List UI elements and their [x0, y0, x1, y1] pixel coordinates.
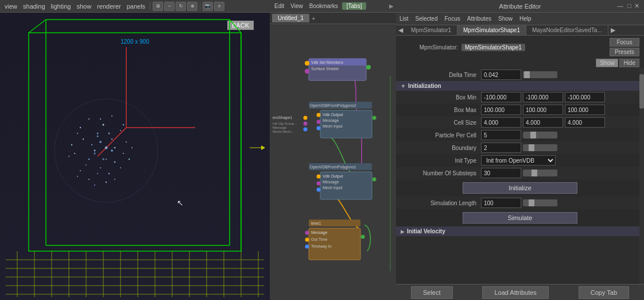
svg-point-118 [305, 231, 309, 235]
ne-view-menu[interactable]: View [288, 3, 305, 9]
box-max-z[interactable] [565, 105, 605, 115]
box-min-z[interactable] [565, 92, 605, 102]
box-max-y[interactable] [523, 105, 563, 115]
substeps-label: Number Of Substeps [401, 170, 481, 176]
svg-marker-75 [261, 145, 265, 150]
scale-btn[interactable]: ⊕ [187, 2, 197, 11]
camera-btn[interactable]: 📷 [203, 2, 213, 11]
attributes-menu[interactable]: Attributes [466, 16, 492, 22]
box-max-x[interactable] [481, 105, 521, 115]
node-canvas[interactable]: Vdb Set Members Surface Shader OpenVDBFr… [270, 24, 396, 300]
init-title: Initialization [408, 83, 441, 89]
substeps-input[interactable] [481, 168, 521, 178]
simulate-button[interactable]: Simulate [463, 212, 577, 224]
focus-button[interactable]: Focus [610, 38, 639, 47]
copy-tab-button[interactable]: Copy Tab [579, 286, 629, 299]
boundary-input[interactable] [481, 143, 521, 153]
cell-size-x[interactable] [481, 117, 521, 128]
sim-length-input[interactable] [481, 198, 521, 208]
minimize-btn[interactable]: — [617, 2, 623, 9]
svg-point-65 [88, 179, 90, 180]
substeps-slider[interactable] [523, 170, 557, 176]
svg-point-71 [102, 158, 104, 160]
mpm-sim-row: MpmSimulator: MpmSimulatorShape1 Focus P… [396, 36, 644, 59]
attr-body: Delta Time ▼ Initialization Box Min [396, 68, 644, 284]
scrollbar[interactable] [639, 68, 644, 284]
viewport-panel: view shading lighting show renderer pane… [0, 0, 270, 300]
delta-time-slider[interactable] [523, 71, 557, 78]
initialization-section[interactable]: ▼ Initialization [396, 81, 644, 91]
ne-bookmarks-menu[interactable]: Bookmarks [307, 3, 340, 9]
delta-time-label: Delta Time [401, 72, 481, 78]
svg-point-101 [304, 128, 308, 132]
svg-text:Message: Message [273, 126, 287, 129]
sim-length-label: Simulation Length [401, 200, 481, 206]
svg-point-59 [123, 124, 124, 125]
ne-edit-menu[interactable]: Edit [272, 3, 286, 9]
svg-point-119 [305, 238, 309, 242]
svg-point-69 [94, 152, 96, 155]
show-menu[interactable]: show [74, 3, 94, 10]
show-menu-item[interactable]: Show [497, 16, 514, 22]
tab-mpmsimulatorshape1[interactable]: MpmSimulatorShape1 [457, 25, 526, 35]
init-type-select[interactable]: Init from OpenVDB [481, 155, 556, 166]
svg-text:World Mesh...: World Mesh... [273, 130, 294, 133]
cell-size-y[interactable] [523, 117, 563, 128]
boundary-slider[interactable] [523, 144, 557, 151]
box-max-row: Box Max [396, 103, 644, 116]
particle-per-cell-label: Particle Per Cell [401, 132, 481, 139]
load-attributes-button[interactable]: Load Attributes [482, 286, 548, 299]
ne-tabs-tab[interactable]: [Tabs] [342, 2, 367, 10]
particle-per-cell-slider[interactable] [523, 132, 557, 139]
untitled-tab[interactable]: Untitled_1 [272, 14, 309, 22]
lighting-menu[interactable]: lighting [49, 3, 73, 10]
particle-per-cell-row: Particle Per Cell [396, 129, 644, 141]
sim-length-slider[interactable] [523, 199, 557, 206]
particle-per-cell-input[interactable] [481, 130, 521, 140]
list-menu[interactable]: List [398, 16, 410, 22]
hide-button[interactable]: Hide [619, 59, 639, 67]
presets-button[interactable]: Presets [610, 48, 639, 56]
box-min-x[interactable] [481, 92, 521, 102]
initial-velocity-section[interactable]: ▶ Initial Velocity [396, 226, 644, 236]
grid-btn[interactable]: # [214, 2, 224, 11]
svg-text:Vdb Set Members: Vdb Set Members [311, 60, 344, 64]
view-menu[interactable]: view [2, 3, 20, 10]
svg-point-70 [111, 149, 113, 152]
shading-menu[interactable]: shading [21, 3, 48, 10]
tab-mayanodeeditor[interactable]: MayaNodeEditorSavedTa... [526, 25, 608, 35]
delta-time-input[interactable] [481, 70, 521, 80]
move-btn[interactable]: ↔ [164, 2, 174, 11]
tab-arrow-left[interactable]: ◀ [396, 26, 405, 34]
scroll-thumb[interactable] [639, 74, 644, 109]
maximize-btn[interactable]: □ [627, 2, 631, 9]
svg-text:time1: time1 [311, 221, 321, 225]
selected-menu[interactable]: Selected [414, 16, 439, 22]
show-button[interactable]: Show [596, 59, 618, 67]
initialize-button[interactable]: Initialize [463, 182, 577, 194]
svg-point-44 [88, 159, 90, 160]
delta-time-input-group [481, 70, 557, 80]
focus-presets-group: Focus Presets [610, 38, 639, 56]
svg-point-34 [97, 133, 99, 134]
tab-arrow-right[interactable]: ▶ [608, 26, 618, 34]
initialize-row: Initialize [396, 179, 644, 197]
panels-menu[interactable]: panels [125, 3, 148, 10]
help-menu[interactable]: Help [518, 16, 533, 22]
box-min-y[interactable] [523, 92, 563, 102]
tab-mpmsimulator1[interactable]: MpmSimulator1 [405, 25, 457, 35]
svg-point-60 [131, 147, 133, 148]
renderer-menu[interactable]: renderer [95, 3, 123, 10]
svg-text:Init Clg Group...: Init Clg Group... [273, 122, 297, 125]
show-hide-group: Show Hide [596, 59, 639, 67]
close-btn[interactable]: ✕ [634, 2, 639, 10]
svg-point-43 [100, 167, 101, 168]
select-button[interactable]: Select [411, 286, 453, 299]
cell-size-z[interactable] [565, 117, 605, 128]
box-min-inputs [481, 92, 605, 102]
focus-menu[interactable]: Focus [443, 16, 461, 22]
rotate-btn[interactable]: ↻ [176, 2, 186, 11]
add-tab-btn[interactable]: + [309, 15, 317, 22]
svg-point-120 [305, 245, 309, 249]
snap-btn[interactable]: ⊞ [153, 2, 163, 11]
